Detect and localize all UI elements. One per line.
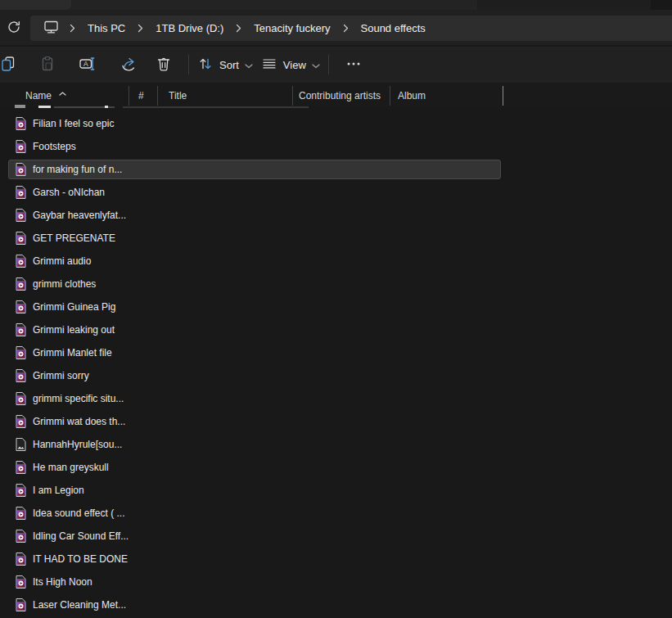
view-icon — [261, 56, 277, 74]
sort-label: Sort — [219, 59, 240, 71]
see-more-button[interactable] — [337, 50, 370, 79]
audio-file-icon — [16, 140, 26, 153]
delete-button[interactable] — [147, 50, 180, 79]
file-row[interactable]: for making fun of n... — [0, 158, 672, 181]
file-row[interactable]: grimmi specific situ... — [0, 387, 672, 410]
toolbar-divider — [328, 55, 329, 74]
location-button[interactable] — [38, 16, 64, 40]
share-button[interactable] — [111, 50, 144, 79]
sort-icon — [197, 56, 214, 74]
file-name: for making fun of n... — [33, 164, 122, 175]
file-name: GET PREGENATE — [33, 232, 115, 244]
audio-file-icon — [16, 369, 26, 382]
column-header-number[interactable]: # — [129, 86, 158, 106]
file-row[interactable]: GET PREGENATE — [0, 227, 672, 250]
file-row[interactable]: HannahHyrule[sou... — [0, 433, 672, 456]
audio-file-icon — [16, 553, 26, 566]
file-name: HannahHyrule[sou... — [33, 439, 122, 450]
rename-button[interactable]: A — [70, 50, 103, 79]
file-name: Grimmi leaking out — [33, 324, 115, 336]
column-header-name[interactable]: Name — [0, 86, 129, 106]
breadcrumb-tenacity-fuckery[interactable]: Tenacity fuckery — [247, 19, 336, 38]
audio-file-icon — [16, 163, 26, 176]
file-name: Its High Noon — [33, 576, 92, 588]
file-list[interactable]: Filian I feel so epic — [0, 107, 672, 618]
audio-file-icon — [16, 323, 26, 336]
file-name: He man greyskull — [33, 462, 109, 473]
breadcrumb-drive-d[interactable]: 1TB Drive (D:) — [149, 19, 230, 38]
file-row[interactable]: Idling Car Sound Eff... — [0, 525, 672, 548]
file-row[interactable]: IT HAD TO BE DONE — [0, 548, 672, 571]
audio-file-icon — [16, 277, 26, 291]
file-row[interactable]: Grimmi leaking out — [0, 318, 672, 341]
column-header-row: Name # Title Contributing artists Album — [0, 83, 672, 107]
file-name: Garsh - oNIchan — [33, 187, 105, 198]
audio-file-icon — [16, 507, 26, 520]
file-name: Grimmi audio — [33, 255, 91, 267]
column-header-album[interactable]: Album — [390, 86, 503, 106]
audio-file-icon — [16, 255, 26, 268]
file-name: grimmi clothes — [33, 278, 96, 290]
file-row[interactable]: Gaybar heavenlyfat... — [0, 204, 672, 227]
file-row[interactable]: Grimmi audio — [0, 250, 672, 273]
file-row[interactable]: grimmi clothes — [0, 273, 672, 295]
paste-button[interactable] — [31, 50, 64, 79]
audio-file-icon — [16, 186, 26, 199]
audio-file-icon — [16, 346, 26, 359]
audio-file-icon — [16, 232, 26, 245]
copy-button[interactable] — [0, 50, 25, 79]
file-row[interactable]: Garsh - oNIchan — [0, 181, 672, 204]
audio-file-icon — [16, 392, 26, 405]
audio-file-icon — [16, 415, 26, 428]
file-row[interactable]: Grimmi Guinea Pig — [0, 295, 672, 318]
file-name: Grimmi Manlet file — [33, 347, 112, 359]
file-row[interactable]: Grimmi wat does th... — [0, 410, 672, 433]
chevron-right-icon — [64, 24, 81, 33]
monitor-icon — [43, 25, 59, 37]
file-row[interactable]: He man greyskull — [0, 456, 672, 479]
address-bar: This PC 1TB Drive (D:) Tenacity fuckery … — [0, 10, 672, 47]
sort-button[interactable]: Sort — [197, 50, 253, 79]
file-name: I am Legion — [33, 485, 84, 496]
chevron-right-icon — [132, 24, 149, 33]
audio-file-icon — [16, 461, 26, 474]
paste-icon — [39, 56, 56, 74]
address-box[interactable]: This PC 1TB Drive (D:) Tenacity fuckery … — [30, 16, 672, 41]
file-row[interactable]: Filian I feel so epic — [0, 112, 672, 135]
file-name: Gaybar heavenlyfat... — [33, 210, 126, 221]
file-name: Grimmi sorry — [33, 370, 89, 381]
file-row[interactable]: Grimmi Manlet file — [0, 341, 672, 364]
chevron-right-icon — [337, 24, 354, 33]
rename-icon: A — [79, 56, 96, 74]
audio-file-icon — [16, 300, 26, 314]
chevron-right-icon — [230, 24, 247, 33]
file-name: Idea sound effect ( ... — [33, 507, 125, 519]
file-row[interactable]: Idea sound effect ( ... — [0, 502, 672, 525]
file-row[interactable]: Footsteps — [0, 135, 672, 158]
file-row[interactable]: Laser Cleaning Met... — [0, 593, 672, 616]
file-name: Laser Cleaning Met... — [33, 599, 126, 611]
file-name: Grimmi Guinea Pig — [33, 301, 115, 313]
tab-strip-right — [477, 0, 672, 10]
file-row[interactable]: I am Legion — [0, 479, 672, 502]
file-name: Footsteps — [33, 141, 76, 152]
view-button[interactable]: View — [261, 50, 320, 79]
file-row[interactable]: Its High Noon — [0, 571, 672, 593]
file-row[interactable]: Grimmi sorry — [0, 364, 672, 387]
refresh-button[interactable] — [2, 16, 26, 41]
column-header-title[interactable]: Title — [158, 86, 293, 106]
tab-strip-far-right — [651, 0, 672, 10]
column-header-contributing-artists[interactable]: Contributing artists — [293, 86, 390, 106]
sort-ascending-icon — [59, 87, 66, 98]
active-tab-edge — [0, 0, 71, 10]
share-icon — [120, 56, 137, 74]
svg-text:A: A — [83, 60, 88, 68]
file-name: Idling Car Sound Eff... — [33, 530, 129, 542]
file-explorer-window: This PC 1TB Drive (D:) Tenacity fuckery … — [0, 0, 672, 618]
breadcrumb-sound-effects[interactable]: Sound effects — [354, 19, 432, 38]
file-name: IT HAD TO BE DONE — [33, 553, 128, 565]
chevron-down-icon — [245, 59, 253, 71]
breadcrumb-this-pc[interactable]: This PC — [81, 19, 132, 38]
copy-icon — [0, 56, 16, 74]
command-bar: A Sort View — [0, 45, 672, 83]
